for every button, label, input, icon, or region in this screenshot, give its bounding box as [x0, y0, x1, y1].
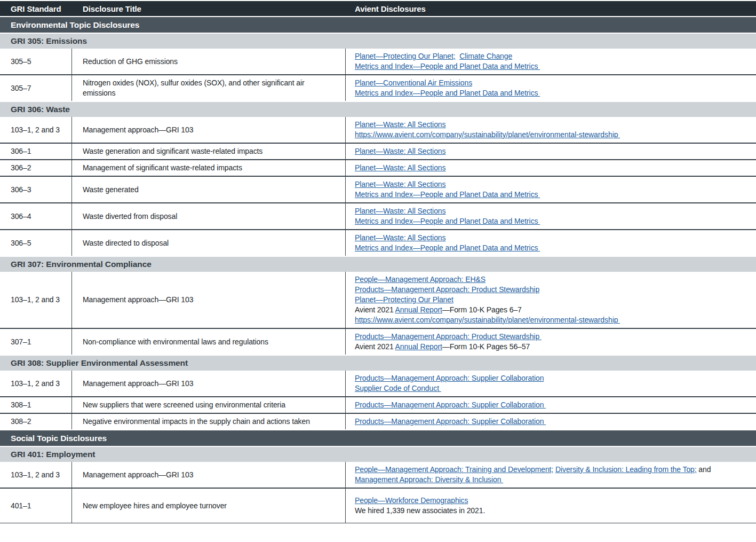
- disclosure-title-cell: Waste generation and significant waste-r…: [72, 144, 346, 159]
- disclosure-title-text: Waste directed to disposal: [83, 238, 169, 248]
- disclosure-link[interactable]: Metrics and Index—People and Planet Data…: [355, 89, 540, 97]
- disclosure-title-text: Management approach—GRI 103: [83, 470, 193, 480]
- disclosure-link[interactable]: Climate Change: [459, 52, 512, 60]
- topic-section-header: Social Topic Disclosures: [0, 430, 756, 446]
- disclosure-line: Planet—Protecting Our Planet: [355, 295, 453, 305]
- table-row: 103–1, 2 and 3Management approach—GRI 10…: [0, 371, 756, 396]
- row-group: 305–5Reduction of GHG emissionsPlanet—Pr…: [0, 49, 756, 101]
- disclosure-link[interactable]: Metrics and Index—People and Planet Data…: [355, 217, 540, 225]
- disclosure-link[interactable]: Planet—Waste: All Sections: [355, 207, 445, 215]
- disclosure-link[interactable]: Diversity & Inclusion: Leading from the …: [555, 465, 697, 474]
- gri-standard-cell: 305–5: [0, 49, 72, 74]
- disclosure-link[interactable]: Planet—Conventional Air Emissions: [355, 78, 472, 87]
- disclosure-link[interactable]: People—Workforce Demographics: [355, 496, 468, 505]
- disclosure-link[interactable]: Planet—Waste: All Sections: [355, 233, 445, 242]
- gri-standard-cell: 307–1: [0, 329, 72, 355]
- disclosure-line: https://www.avient.com/company/sustainab…: [355, 130, 620, 140]
- disclosure-link[interactable]: Products—Management Approach: Supplier C…: [355, 417, 546, 426]
- disclosure-link[interactable]: Products—Management Approach: Product St…: [355, 332, 542, 341]
- disclosure-plain-text: —Form 10-K Pages 6–7: [442, 305, 522, 314]
- disclosure-title-cell: Waste directed to disposal: [72, 230, 346, 256]
- disclosure-link[interactable]: Planet—Protecting Our Planet: [355, 295, 453, 304]
- disclosure-title-text: Waste generated: [83, 185, 139, 195]
- column-header-disclosure-title: Disclosure Title: [72, 4, 346, 13]
- gri-section-header: GRI 307: Environmental Compliance: [0, 257, 756, 272]
- gri-section-header: GRI 306: Waste: [0, 102, 756, 117]
- table-row: 306–3Waste generatedPlanet—Waste: All Se…: [0, 176, 756, 202]
- disclosure-line: Avient 2021 Annual Report—Form 10-K Page…: [355, 305, 522, 315]
- table-row: 305–7Nitrogen oxides (NOX), sulfur oxide…: [0, 74, 756, 101]
- disclosure-link[interactable]: People—Management Approach: EH&S: [355, 275, 486, 284]
- disclosure-line: Supplier Code of Conduct: [355, 383, 441, 394]
- table-row: 308–2Negative environmental impacts in t…: [0, 413, 756, 429]
- row-group: 103–1, 2 and 3Management approach—GRI 10…: [0, 462, 756, 523]
- disclosure-plain-text: We hired 1,339 new associates in 2021.: [355, 506, 485, 515]
- section-header-label: GRI 401: Employment: [11, 450, 95, 459]
- avient-disclosures-cell: Planet—Waste: All SectionsMetrics and In…: [346, 230, 756, 256]
- disclosure-line: Planet—Waste: All Sections: [355, 233, 445, 243]
- gri-standard-cell: 308–2: [0, 414, 72, 429]
- topic-section-header: Environmental Topic Disclosures: [0, 17, 756, 33]
- disclosure-line: People—Workforce Demographics: [355, 496, 468, 506]
- table-header-row: GRI Standard Disclosure Title Avient Dis…: [0, 1, 756, 16]
- disclosure-link[interactable]: Annual Report: [395, 342, 442, 351]
- disclosure-link[interactable]: Products—Management Approach: Product St…: [355, 285, 539, 294]
- disclosure-link[interactable]: Supplier Code of Conduct: [355, 384, 441, 392]
- disclosure-line: Products—Management Approach: Product St…: [355, 285, 539, 295]
- disclosure-line: Metrics and Index—People and Planet Data…: [355, 190, 540, 200]
- disclosure-link[interactable]: Products—Management Approach: Supplier C…: [355, 400, 546, 409]
- disclosure-title-text: Reduction of GHG emissions: [83, 57, 178, 67]
- disclosure-title-cell: Waste diverted from disposal: [72, 203, 346, 229]
- gri-standard-cell: 308–1: [0, 397, 72, 413]
- gri-standard-cell: 103–1, 2 and 3: [0, 371, 72, 396]
- disclosure-link[interactable]: People—Management Approach: Training and…: [355, 465, 553, 474]
- disclosure-line: Metrics and Index—People and Planet Data…: [355, 88, 540, 98]
- avient-disclosures-cell: Products—Management Approach: Supplier C…: [346, 414, 756, 429]
- disclosure-link[interactable]: Planet—Waste: All Sections: [355, 180, 445, 188]
- gri-standard-cell: 305–7: [0, 75, 72, 101]
- gri-standard-cell: 306–1: [0, 144, 72, 159]
- avient-disclosures-cell: Planet—Waste: All Sections: [346, 160, 756, 176]
- gri-section-header: GRI 308: Supplier Environmental Assessme…: [0, 356, 756, 371]
- avient-disclosures-cell: Products—Management Approach: Supplier C…: [346, 397, 756, 413]
- disclosure-link[interactable]: Metrics and Index—People and Planet Data…: [355, 62, 540, 70]
- gri-standard-cell: 306–5: [0, 230, 72, 256]
- disclosure-line: Planet—Waste: All Sections: [355, 120, 445, 130]
- row-group: 103–1, 2 and 3Management approach—GRI 10…: [0, 117, 756, 256]
- gri-standard-cell: 103–1, 2 and 3: [0, 117, 72, 143]
- disclosure-title-cell: New employee hires and employee turnover: [72, 489, 346, 523]
- disclosure-title-text: Management of significant waste-related …: [83, 163, 242, 173]
- disclosure-line: Planet—Conventional Air Emissions: [355, 78, 472, 88]
- disclosure-title-cell: Management approach—GRI 103: [72, 371, 346, 396]
- disclosure-link[interactable]: Metrics and Index—People and Planet Data…: [355, 243, 540, 252]
- section-header-label: GRI 305: Emissions: [11, 36, 87, 46]
- disclosure-link[interactable]: Annual Report: [395, 305, 442, 314]
- disclosure-line: People—Management Approach: Training and…: [355, 465, 711, 475]
- disclosure-link[interactable]: Metrics and Index—People and Planet Data…: [355, 190, 540, 199]
- avient-disclosures-cell: Planet—Waste: All SectionsMetrics and In…: [346, 203, 756, 229]
- avient-disclosures-cell: People—Management Approach: Training and…: [346, 462, 756, 488]
- disclosure-title-cell: Management approach—GRI 103: [72, 272, 346, 328]
- disclosure-title-text: Waste diverted from disposal: [83, 211, 177, 222]
- disclosure-line: People—Management Approach: EH&S: [355, 274, 486, 285]
- gri-standard-cell: 103–1, 2 and 3: [0, 462, 72, 488]
- section-header-label: GRI 307: Environmental Compliance: [11, 260, 152, 269]
- column-header-gri-standard: GRI Standard: [0, 4, 72, 13]
- disclosure-title-text: Nitrogen oxides (NOX), sulfur oxides (SO…: [83, 78, 330, 98]
- disclosure-link[interactable]: Management Approach: Diversity & Inclusi…: [355, 475, 503, 484]
- table-row: 306–1Waste generation and significant wa…: [0, 143, 756, 159]
- disclosure-link[interactable]: https://www.avient.com/company/sustainab…: [355, 316, 620, 324]
- disclosure-title-text: Management approach—GRI 103: [83, 295, 193, 305]
- disclosure-plain-text: [456, 52, 460, 60]
- gri-section-header: GRI 305: Emissions: [0, 34, 756, 49]
- disclosure-line: Planet—Protecting Our Planet; Climate Ch…: [355, 51, 512, 61]
- disclosure-title-cell: Management of significant waste-related …: [72, 160, 346, 176]
- disclosure-link[interactable]: Planet—Waste: All Sections: [355, 163, 445, 172]
- table-bottom-rule: [0, 523, 756, 523]
- disclosure-link[interactable]: Planet—Waste: All Sections: [355, 120, 445, 129]
- disclosure-link[interactable]: Planet—Waste: All Sections: [355, 147, 445, 155]
- disclosure-link[interactable]: Planet—Protecting Our Planet;: [355, 52, 456, 60]
- section-header-label: GRI 308: Supplier Environmental Assessme…: [11, 358, 188, 368]
- disclosure-link[interactable]: https://www.avient.com/company/sustainab…: [355, 130, 620, 139]
- disclosure-link[interactable]: Products—Management Approach: Supplier C…: [355, 374, 544, 382]
